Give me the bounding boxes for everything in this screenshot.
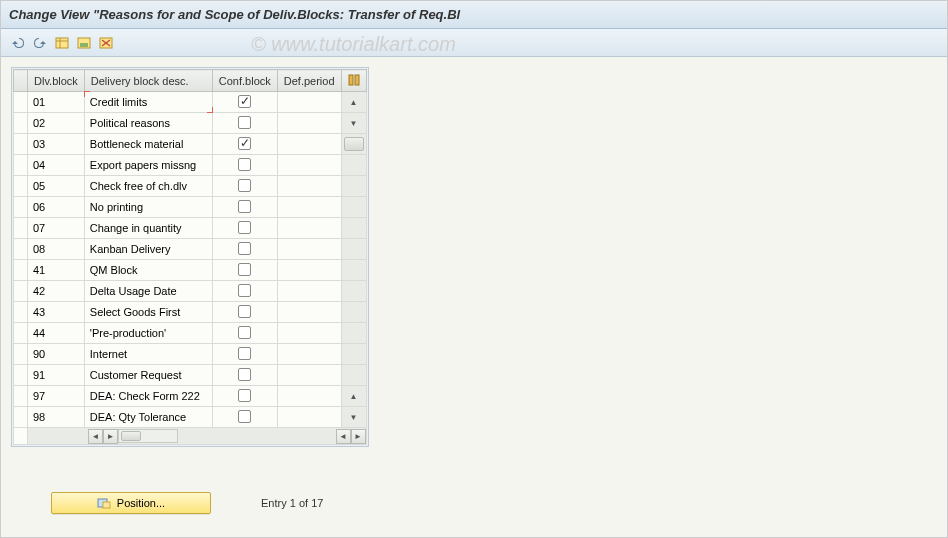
cell-defperiod[interactable] [278,247,341,251]
cell-defperiod[interactable] [278,121,341,125]
redo-icon[interactable] [31,34,49,52]
table-row[interactable]: 08Kanban Delivery [14,239,367,260]
row-selector[interactable] [14,197,28,218]
conf-checkbox[interactable] [238,95,251,108]
cell-defperiod[interactable] [278,205,341,209]
conf-checkbox[interactable] [238,389,251,402]
scroll-thumb[interactable] [344,137,364,151]
conf-checkbox[interactable] [238,221,251,234]
cell-defperiod[interactable] [278,268,341,272]
scroll-up-inner-icon[interactable]: ▲ [342,98,366,107]
table-row[interactable]: 06No printing [14,197,367,218]
conf-checkbox[interactable] [238,116,251,129]
cell-dlvblock[interactable]: 01 [28,94,84,110]
row-selector[interactable] [14,344,28,365]
scroll-left-icon[interactable]: ◄ [88,429,103,444]
conf-checkbox[interactable] [238,410,251,423]
table-row[interactable]: 42Delta Usage Date [14,281,367,302]
row-selector[interactable] [14,113,28,134]
cell-dlvblock[interactable]: 04 [28,157,84,173]
cell-defperiod[interactable] [278,226,341,230]
row-selector[interactable] [14,302,28,323]
scroll-down-inner2-icon[interactable]: ▼ [342,413,366,422]
cell-desc[interactable]: Export papers missng [85,157,212,173]
conf-checkbox[interactable] [238,179,251,192]
cell-dlvblock[interactable]: 07 [28,220,84,236]
row-selector[interactable] [14,323,28,344]
row-selector[interactable] [14,260,28,281]
cell-desc[interactable]: Kanban Delivery [85,241,212,257]
table-row[interactable]: 90Internet [14,344,367,365]
cell-defperiod[interactable] [278,331,341,335]
table-row[interactable]: 98DEA: Qty Tolerance▼ [14,407,367,428]
conf-checkbox[interactable] [238,263,251,276]
row-selector[interactable] [14,407,28,428]
table-save-icon[interactable] [75,34,93,52]
cell-defperiod[interactable] [278,184,341,188]
row-selector[interactable] [14,281,28,302]
cell-defperiod[interactable] [278,352,341,356]
table-row[interactable]: 01Credit limits▲ [14,92,367,113]
conf-checkbox[interactable] [238,158,251,171]
cell-defperiod[interactable] [278,415,341,419]
cell-dlvblock[interactable]: 44 [28,325,84,341]
conf-checkbox[interactable] [238,347,251,360]
conf-checkbox[interactable] [238,305,251,318]
table-row[interactable]: 03Bottleneck material [14,134,367,155]
table-new-icon[interactable] [53,34,71,52]
cell-desc[interactable]: Customer Request [85,367,212,383]
scroll-right2-icon[interactable]: ► [351,429,366,444]
col-header-dlvblock[interactable]: Dlv.block [28,70,85,92]
cell-desc[interactable]: Political reasons [85,115,212,131]
row-selector[interactable] [14,176,28,197]
scroll-right-icon[interactable]: ► [103,429,118,444]
cell-desc[interactable]: Change in quantity [85,220,212,236]
conf-checkbox[interactable] [238,368,251,381]
row-selector[interactable] [14,365,28,386]
cell-desc[interactable]: 'Pre-production' [85,325,212,341]
scroll-down-inner-icon[interactable]: ▼ [342,119,366,128]
cell-defperiod[interactable] [278,142,341,146]
configure-columns-icon[interactable] [341,70,366,92]
table-row[interactable]: 41QM Block [14,260,367,281]
cell-desc[interactable]: QM Block [85,262,212,278]
table-row[interactable]: 91Customer Request [14,365,367,386]
position-button[interactable]: Position... [51,492,211,514]
table-row[interactable]: 44'Pre-production' [14,323,367,344]
cell-desc[interactable]: Bottleneck material [85,136,212,152]
row-selector[interactable] [14,386,28,407]
table-row[interactable]: 05Check free of ch.dlv [14,176,367,197]
cell-desc[interactable]: Internet [85,346,212,362]
cell-dlvblock[interactable]: 43 [28,304,84,320]
scroll-left2-icon[interactable]: ◄ [336,429,351,444]
row-selector-header[interactable] [14,70,28,92]
table-delete-icon[interactable] [97,34,115,52]
cell-defperiod[interactable] [278,394,341,398]
cell-desc[interactable]: Credit limits [85,94,212,110]
cell-desc[interactable]: Delta Usage Date [85,283,212,299]
cell-desc[interactable]: No printing [85,199,212,215]
table-row[interactable]: 43Select Goods First [14,302,367,323]
row-selector[interactable] [14,155,28,176]
row-selector[interactable] [14,218,28,239]
row-selector[interactable] [14,239,28,260]
table-row[interactable]: 07Change in quantity [14,218,367,239]
horizontal-scrollbar[interactable]: ◄ ► ◄ ► [28,428,366,444]
cell-defperiod[interactable] [278,310,341,314]
cell-desc[interactable]: DEA: Check Form 222 [85,388,212,404]
cell-defperiod[interactable] [278,163,341,167]
cell-dlvblock[interactable]: 06 [28,199,84,215]
cell-dlvblock[interactable]: 42 [28,283,84,299]
cell-dlvblock[interactable]: 90 [28,346,84,362]
conf-checkbox[interactable] [238,326,251,339]
cell-dlvblock[interactable]: 03 [28,136,84,152]
scroll-up-inner2-icon[interactable]: ▲ [342,392,366,401]
row-selector[interactable] [14,92,28,113]
col-header-confblock[interactable]: Conf.block [212,70,277,92]
cell-dlvblock[interactable]: 02 [28,115,84,131]
cell-dlvblock[interactable]: 97 [28,388,84,404]
cell-dlvblock[interactable]: 98 [28,409,84,425]
cell-defperiod[interactable] [278,100,341,104]
cell-dlvblock[interactable]: 41 [28,262,84,278]
cell-dlvblock[interactable]: 05 [28,178,84,194]
